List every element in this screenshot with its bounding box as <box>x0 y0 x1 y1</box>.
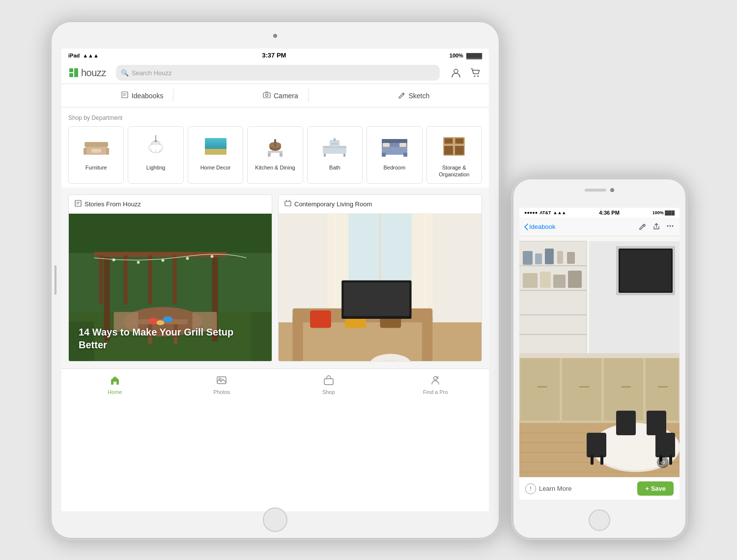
living-room-card: Contemporary Living Room <box>278 195 482 362</box>
living-room-header: Contemporary Living Room <box>279 195 482 214</box>
find-pro-tab-label: Find a Pro <box>423 389 448 395</box>
dept-item-furniture[interactable]: Furniture <box>68 126 124 184</box>
svg-rect-131 <box>621 386 631 388</box>
svg-rect-97 <box>324 379 333 385</box>
svg-rect-33 <box>332 143 338 144</box>
battery-label: 100% <box>450 53 463 58</box>
wifi-icon: ▲▲▲ <box>83 53 99 58</box>
svg-rect-88 <box>310 310 331 328</box>
svg-rect-56 <box>124 255 128 305</box>
svg-point-17 <box>155 140 157 142</box>
svg-rect-30 <box>343 154 345 157</box>
share-icon[interactable] <box>652 222 661 232</box>
iphone-kitchen-image: 🏷 <box>519 236 680 492</box>
cart-icon[interactable] <box>469 66 482 79</box>
learn-more-button[interactable]: Learn More <box>525 483 571 494</box>
wifi-signal: ▲▲▲ <box>553 210 567 215</box>
svg-point-70 <box>211 255 214 258</box>
svg-rect-36 <box>383 143 390 147</box>
ipad-nav-bar: houzz 🔍 Search Houzz <box>61 62 489 84</box>
iphone-cam-dot <box>610 188 614 192</box>
living-room-header-text: Contemporary Living Room <box>294 200 372 208</box>
svg-rect-44 <box>444 146 453 155</box>
more-icon[interactable] <box>666 222 675 232</box>
svg-rect-133 <box>519 353 680 358</box>
kitchen-img <box>258 132 292 161</box>
camera-tab[interactable]: Camera <box>253 89 309 102</box>
search-bar[interactable]: 🔍 Search Houzz <box>116 65 440 81</box>
scene: iPad ▲▲▲ 3:37 PM 100% ▓▓▓▓ <box>49 20 688 540</box>
sketch-label: Sketch <box>408 92 429 100</box>
dept-item-home-decor[interactable]: Home Decor <box>188 126 243 184</box>
iphone-device: ●●●●● AT&T ▲▲▲ 4:36 PM 100% ▓▓▓ Ideabook <box>511 177 688 540</box>
dept-item-storage[interactable]: Storage & Organization <box>426 126 482 184</box>
back-label: Ideabook <box>529 223 556 230</box>
living-room-image <box>279 214 482 361</box>
dept-item-bath[interactable]: Bath <box>307 126 363 184</box>
tab-find-pro[interactable]: Find a Pro <box>382 373 489 397</box>
sketch-tab[interactable]: Sketch <box>388 89 439 102</box>
svg-rect-117 <box>553 275 566 288</box>
svg-rect-25 <box>268 153 271 157</box>
learn-more-icon <box>525 483 536 494</box>
svg-rect-57 <box>148 255 152 305</box>
dept-item-lighting[interactable]: Lighting <box>128 126 183 184</box>
photos-tab-icon <box>216 375 227 388</box>
search-icon: 🔍 <box>121 69 129 77</box>
tab-home[interactable]: Home <box>61 373 169 397</box>
ideabooks-tab[interactable]: Ideabooks <box>111 89 174 102</box>
iphone-battery-icon: ▓▓▓ <box>665 210 675 215</box>
svg-rect-11 <box>84 148 86 155</box>
svg-rect-82 <box>412 214 433 322</box>
svg-rect-111 <box>535 253 542 264</box>
svg-point-72 <box>163 316 173 322</box>
svg-rect-76 <box>285 201 291 206</box>
svg-rect-146 <box>647 411 666 435</box>
pencil-icon[interactable] <box>638 222 647 232</box>
iphone-home-button[interactable] <box>589 509 610 531</box>
carrier-name: AT&T <box>539 210 551 215</box>
svg-rect-86 <box>292 315 303 361</box>
svg-rect-8 <box>263 93 270 98</box>
iphone-speaker <box>585 189 606 192</box>
ipad-camera <box>273 34 277 38</box>
iphone-header-actions <box>638 222 675 232</box>
furniture-img <box>79 132 113 161</box>
svg-rect-43 <box>455 138 464 144</box>
bath-img <box>317 132 352 161</box>
tab-photos[interactable]: Photos <box>169 373 276 397</box>
profile-icon[interactable] <box>450 66 462 79</box>
svg-point-71 <box>148 318 158 324</box>
living-room-header-icon <box>284 200 291 208</box>
save-label: + Save <box>645 485 666 492</box>
storage-img <box>437 132 471 161</box>
dept-item-kitchen[interactable]: Kitchen & Dining <box>247 126 303 184</box>
ipad-home-button[interactable] <box>263 507 287 532</box>
ipad-status-left: iPad ▲▲▲ <box>68 53 99 58</box>
iphone-screen: ●●●●● AT&T ▲▲▲ 4:36 PM 100% ▓▓▓ Ideabook <box>519 208 680 500</box>
save-button[interactable]: + Save <box>637 481 674 496</box>
camera-label: Camera <box>274 92 298 100</box>
tab-shop[interactable]: Shop <box>275 373 382 397</box>
ipad-status-right: 100% ▓▓▓▓ <box>450 53 482 58</box>
houzz-logo[interactable]: houzz <box>68 67 106 79</box>
stories-article-title: 14 Ways to Make Your Grill Setup Better <box>79 326 262 351</box>
svg-rect-144 <box>655 433 675 457</box>
iphone-carrier: ●●●●● AT&T ▲▲▲ <box>524 210 566 215</box>
svg-rect-147 <box>591 455 594 465</box>
svg-point-9 <box>266 94 268 97</box>
stories-header-icon <box>75 200 82 208</box>
shop-by-department: Shop by Department <box>61 108 489 188</box>
home-tab-icon <box>110 375 120 388</box>
svg-rect-110 <box>523 251 533 265</box>
svg-point-66 <box>113 258 115 261</box>
svg-point-67 <box>137 261 140 264</box>
svg-rect-122 <box>620 250 671 291</box>
ipad-tab-bar: Home Photos <box>61 368 489 401</box>
back-button[interactable]: Ideabook <box>524 223 556 230</box>
svg-rect-29 <box>324 154 326 157</box>
svg-point-73 <box>157 320 165 325</box>
svg-rect-148 <box>600 455 603 465</box>
dept-item-bedroom[interactable]: Bedroom <box>367 126 422 184</box>
bath-label: Bath <box>329 164 340 171</box>
